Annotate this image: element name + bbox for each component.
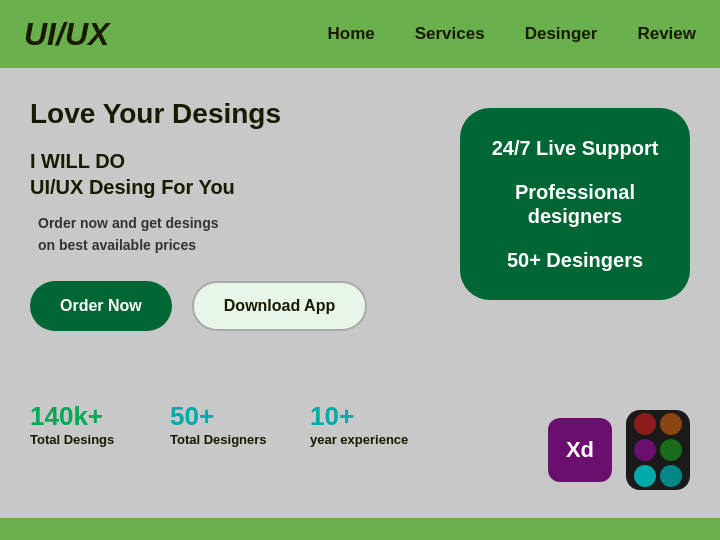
left-section: Love Your Desings I WILL DO UI/UX Desing…	[30, 98, 440, 371]
stat-number-desings: 140k+	[30, 401, 150, 432]
circle-cyan-left	[634, 465, 656, 487]
stat-label-designers: Total Designers	[170, 432, 290, 447]
card-item-1: 24/7 Live Support	[480, 136, 670, 160]
description: Order now and get desings on best availa…	[30, 212, 440, 257]
nav-services[interactable]: Services	[415, 24, 485, 44]
xd-icon: Xd	[548, 418, 612, 482]
circle-red	[634, 413, 656, 435]
footer-bar	[0, 518, 720, 540]
circles-bottom-row	[634, 465, 682, 487]
stat-total-designers: 50+ Total Designers	[170, 401, 290, 447]
stat-total-desings: 140k+ Total Desings	[30, 401, 150, 447]
button-group: Order Now Download App	[30, 281, 440, 331]
nav-home[interactable]: Home	[327, 24, 374, 44]
color-circles-icon	[626, 410, 690, 490]
order-now-button[interactable]: Order Now	[30, 281, 172, 331]
logo: UI/UX	[24, 16, 109, 53]
circle-brown	[660, 413, 682, 435]
circles-middle-row	[634, 439, 682, 461]
stat-label-desings: Total Desings	[30, 432, 150, 447]
main-content: Love Your Desings I WILL DO UI/UX Desing…	[0, 68, 720, 391]
card-item-2: Professional designers	[480, 180, 670, 228]
nav-desinger[interactable]: Desinger	[525, 24, 598, 44]
feature-card-section: 24/7 Live Support Professional designers…	[460, 108, 690, 371]
download-app-button[interactable]: Download App	[192, 281, 367, 331]
circle-green	[660, 439, 682, 461]
navigation: Home Services Desinger Review	[327, 24, 696, 44]
stat-number-experience: 10+	[310, 401, 430, 432]
headline: Love Your Desings	[30, 98, 440, 130]
card-item-3: 50+ Desingers	[480, 248, 670, 272]
header: UI/UX Home Services Desinger Review	[0, 0, 720, 68]
circle-cyan-right	[660, 465, 682, 487]
feature-card: 24/7 Live Support Professional designers…	[460, 108, 690, 300]
stat-number-designers: 50+	[170, 401, 290, 432]
circles-top-row	[634, 413, 682, 435]
nav-review[interactable]: Review	[637, 24, 696, 44]
circle-purple	[634, 439, 656, 461]
subheadline: I WILL DO UI/UX Desing For You	[30, 148, 440, 200]
stat-label-experience: year experience	[310, 432, 430, 447]
icons-area: Xd	[548, 410, 690, 490]
stat-experience: 10+ year experience	[310, 401, 430, 447]
